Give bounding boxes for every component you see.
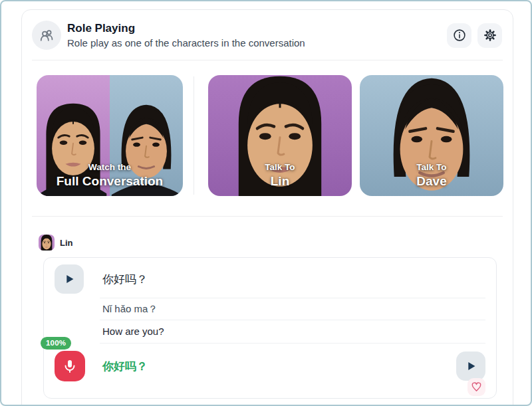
- info-button[interactable]: [447, 23, 471, 48]
- play-sentence-button[interactable]: [55, 264, 84, 294]
- speaker-row: Lin: [39, 235, 513, 251]
- card-title: Full Conversation: [37, 174, 183, 189]
- card-label: Watch the Full Conversation: [37, 162, 183, 189]
- lin-avatar: [39, 235, 55, 251]
- card-eyebrow: Watch the: [37, 162, 183, 172]
- play-recording-button[interactable]: [456, 352, 485, 381]
- app-window: Role Playing Role play as one of the cha…: [0, 0, 532, 406]
- sentence-card: 你好吗？ Nǐ hǎo ma？ How are you? 100%: [43, 257, 497, 399]
- favorite-button[interactable]: [467, 378, 485, 396]
- target-text-chinese: 你好吗？: [102, 272, 148, 287]
- card-label: Talk To Dave: [360, 162, 503, 189]
- card-label: Talk To Lin: [208, 162, 352, 189]
- settings-button[interactable]: [477, 23, 502, 48]
- play-icon: [464, 359, 478, 373]
- cards-vertical-divider: [194, 76, 194, 195]
- mode-cards-row: Watch the Full Conversation Talk To Lin …: [22, 60, 513, 196]
- pronunciation-score-badge: 100%: [41, 337, 71, 350]
- card-talk-to-lin[interactable]: Talk To Lin: [208, 75, 352, 196]
- microphone-icon: [62, 358, 78, 374]
- card-title: Lin: [208, 174, 352, 189]
- card-talk-to-dave[interactable]: Talk To Dave: [360, 75, 503, 196]
- header-text: Role Playing Role play as one of the cha…: [67, 21, 305, 49]
- speaker-name: Lin: [60, 238, 73, 248]
- user-attempt-row: 你好吗？: [44, 344, 496, 381]
- page-title: Role Playing: [67, 21, 305, 35]
- target-sentence-row: 你好吗？: [44, 258, 496, 298]
- role-playing-panel: Role Playing Role play as one of the cha…: [21, 9, 513, 406]
- info-icon: [452, 28, 467, 43]
- card-full-conversation[interactable]: Watch the Full Conversation: [37, 75, 183, 196]
- play-icon: [62, 272, 76, 286]
- translation-text: How are you?: [44, 320, 496, 343]
- role-playing-people-icon: [32, 21, 61, 50]
- panel-header: Role Playing Role play as one of the cha…: [22, 10, 513, 60]
- section-divider: [32, 216, 503, 217]
- card-title: Dave: [360, 174, 503, 189]
- record-button[interactable]: [55, 351, 85, 381]
- gear-icon: [483, 28, 497, 43]
- user-attempt-text: 你好吗？: [102, 359, 148, 374]
- page-subtitle: Role play as one of the characters in th…: [67, 37, 305, 49]
- header-actions: [447, 23, 502, 48]
- card-eyebrow: Talk To: [208, 162, 352, 172]
- pinyin-text: Nǐ hǎo ma？: [44, 298, 496, 320]
- heart-icon: [471, 381, 482, 393]
- card-eyebrow: Talk To: [360, 162, 503, 172]
